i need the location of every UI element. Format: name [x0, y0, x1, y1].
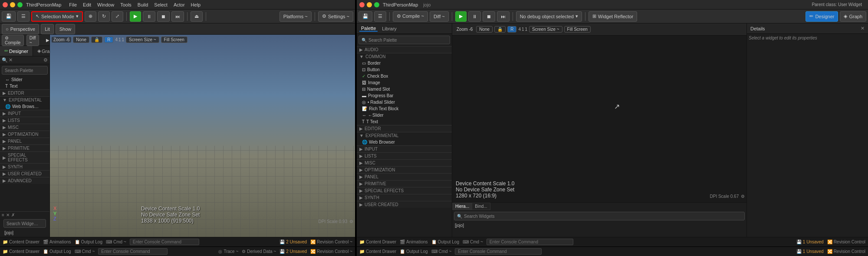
mode-icon-btn-2[interactable]: ☰	[374, 11, 386, 22]
border-item-2[interactable]: ▭ Border	[357, 60, 452, 66]
skip-btn-2[interactable]: ⏭	[497, 11, 510, 22]
checkbox-item-2[interactable]: ✓ Check Box	[357, 73, 452, 79]
menu-window-1[interactable]: Window	[95, 1, 117, 8]
r-btn-1[interactable]: R	[104, 36, 113, 43]
menu-help-1[interactable]: Help	[188, 1, 204, 8]
input-section-1[interactable]: ▶ INPUT	[0, 110, 49, 117]
palette-tab-2[interactable]: Palette	[359, 26, 378, 32]
rich-text-2[interactable]: 📝 Rich Text Block	[357, 105, 452, 112]
close-icon[interactable]: ✕	[6, 213, 10, 217]
button-item-2[interactable]: ⊡ Button	[357, 66, 452, 73]
output-log-sw2[interactable]: 📋 Output Log	[431, 240, 459, 244]
animations-sw2[interactable]: 🎬 Animations	[400, 240, 427, 244]
output-log-main-1[interactable]: 📋 Output Log	[43, 249, 71, 254]
fill-screen-btn-1[interactable]: Fill Screen	[161, 36, 187, 43]
revision-sw2[interactable]: 🔀 Revision Control	[827, 240, 865, 244]
common-section-2[interactable]: ▼ COMMON	[357, 53, 452, 60]
adv-section-1[interactable]: ▶ ADVANCED	[0, 177, 49, 184]
selection-mode-btn[interactable]: ↖ Selection Mode ▾	[31, 11, 83, 22]
none-btn-1[interactable]: None	[73, 36, 89, 43]
show-tab[interactable]: Show	[56, 24, 76, 34]
viewport-2[interactable]: ↗ Device Content Scale 1.0 No Device Saf…	[452, 36, 746, 202]
console-input-main-2[interactable]	[455, 248, 542, 255]
transform-btn-1[interactable]: ⊕	[85, 11, 96, 22]
compile-btn-2[interactable]: ⚙ Compile ~	[393, 11, 428, 22]
transform-btn-2[interactable]: ↻	[98, 11, 110, 22]
lit-tab[interactable]: Lit	[41, 24, 54, 34]
palette-search-input-1[interactable]: Search Palette	[2, 66, 48, 75]
content-drawer-1[interactable]: 📁 Content Drawer	[3, 240, 39, 244]
lock-btn-1[interactable]: 🔒	[91, 36, 102, 43]
cd-main-2[interactable]: 📁 Content Drawer	[359, 249, 396, 254]
palette-text-item[interactable]: T Text	[0, 83, 49, 89]
unsaved-main-2[interactable]: 💾 1 Unsaved	[796, 249, 824, 254]
designer-tab-1[interactable]: ✏ Designer	[0, 46, 33, 56]
experimental-section-1[interactable]: ▼ EXPERIMENTAL	[0, 96, 49, 103]
play-btn[interactable]: ▶	[130, 11, 141, 22]
graph-main-btn[interactable]: ◈ Graph	[840, 11, 866, 22]
menu-select-1[interactable]: Select	[151, 1, 170, 8]
ol-main-2[interactable]: 📋 Output Log	[400, 249, 427, 254]
web-browser-2[interactable]: 🌐 Web Browser	[357, 139, 452, 145]
perspective-tab[interactable]: ○ Perspective	[2, 24, 39, 34]
image-item-2[interactable]: 🖼 Image	[357, 79, 452, 86]
lists-section-1[interactable]: ▶ LISTS	[0, 117, 49, 124]
panel-section-1[interactable]: ▶ PANEL	[0, 138, 49, 144]
progress-bar-2[interactable]: ▬ Progress Bar	[357, 92, 452, 99]
search-widgets-input[interactable]: 🔍 Search Widgets	[454, 212, 745, 220]
bindings-tab[interactable]: Bind...	[472, 203, 490, 210]
widget-reflector-btn[interactable]: ⊞ Widget Reflector	[589, 11, 637, 22]
hierarchy-tab[interactable]: Hiera...	[452, 203, 472, 210]
menu-file-1[interactable]: File	[66, 1, 79, 8]
maximize-btn-2[interactable]	[374, 2, 379, 7]
save-btn[interactable]: 💾	[2, 11, 16, 22]
menu-edit-1[interactable]: Edit	[80, 1, 94, 8]
compile-btn[interactable]: ⚙ Compile	[2, 35, 24, 46]
misc-section-2[interactable]: ▶ MISC	[357, 159, 452, 166]
opt-section-1[interactable]: ▶ OPTIMIZATION	[0, 131, 49, 138]
editor-section[interactable]: ▶ EDITOR	[0, 89, 49, 96]
derived-data-1[interactable]: ⚙ Derived Data ~	[242, 249, 276, 254]
uc-section-2[interactable]: ▶ USER CREATED	[357, 201, 452, 208]
menu-build-1[interactable]: Build	[135, 1, 151, 8]
palette-search-input-2[interactable]: 🔍 Search Palette	[358, 36, 450, 44]
diff-btn-2[interactable]: Diff ~	[430, 11, 449, 22]
diff-btn[interactable]: Diff ~	[26, 35, 39, 46]
sfx-section-2[interactable]: ▶ SPECIAL EFFECTS	[357, 187, 452, 194]
editor-section-2[interactable]: ▶ EDITOR	[357, 125, 452, 132]
stop-btn-2[interactable]: ⏹	[483, 11, 495, 22]
opt-section-2[interactable]: ▶ OPTIMIZATION	[357, 166, 452, 173]
close-icon-details-2[interactable]: ✕	[861, 26, 865, 31]
revision-main-2[interactable]: 🔀 Revision Control	[827, 249, 865, 254]
console-input-1[interactable]	[130, 239, 199, 245]
eject-btn[interactable]: ⏏	[191, 11, 203, 22]
prim-section-1[interactable]: ▶ PRIMITIVE	[0, 144, 49, 151]
viewport-1[interactable]: Zoom -6 None 🔒 R 4 1 1 Screen Size ~ Fil…	[50, 35, 355, 237]
close-btn-2[interactable]	[359, 2, 365, 7]
skip-btn[interactable]: ⏭	[171, 11, 184, 22]
prim-section-2[interactable]: ▶ PRIMITIVE	[357, 180, 452, 187]
audio-section-2[interactable]: ▶ AUDIO	[357, 46, 452, 53]
menu-actor-1[interactable]: Actor	[171, 1, 187, 8]
search-widget-input-1[interactable]: Search Widge…	[3, 219, 46, 228]
lock-btn-2[interactable]: 🔒	[494, 26, 506, 33]
output-log-1[interactable]: 📋 Output Log	[75, 240, 102, 244]
unsaved-sw2[interactable]: 💾 1 Unsaved	[796, 240, 824, 244]
cmd-sw2[interactable]: ⌨ Cmd ~	[463, 240, 483, 244]
menu-tools-1[interactable]: Tools	[118, 1, 134, 8]
no-debug-btn[interactable]: No debug object selected ▾	[516, 11, 582, 22]
play-btn-2[interactable]: ▶	[455, 11, 467, 22]
console-input-main-1[interactable]	[98, 248, 168, 255]
designer-main-btn[interactable]: ✏ Designer	[806, 11, 838, 22]
synth-section-2[interactable]: ▶ SYNTH	[357, 194, 452, 201]
web-browser-item-1[interactable]: 🌐 Web Brows…	[0, 103, 49, 110]
text-item-2[interactable]: T T Text	[357, 118, 452, 125]
input-section-2[interactable]: ▶ INPUT	[357, 145, 452, 152]
settings-small-icon-2[interactable]: ⚙	[741, 194, 745, 199]
close-icon-palette[interactable]: ✕	[9, 57, 13, 63]
settings-icon-palette[interactable]: ⚙	[43, 57, 48, 63]
fill-screen-btn-2[interactable]: Fill Screen	[564, 26, 591, 33]
x-icon[interactable]: ✗	[11, 213, 15, 217]
settings-btn[interactable]: ⚙ Settings ~	[318, 11, 353, 22]
minimize-btn-2[interactable]	[367, 2, 372, 7]
